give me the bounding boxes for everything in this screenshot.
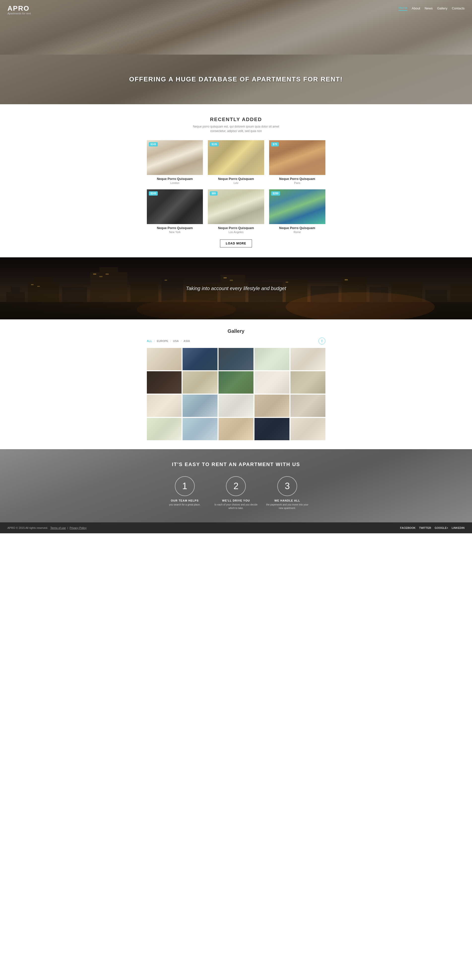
svg-rect-1 — [6, 292, 25, 302]
card-3[interactable]: $79 Neque Porro Quisquam Paris — [269, 140, 326, 185]
card-location-2: Lviv — [208, 181, 264, 185]
footer-facebook[interactable]: FACEBOOK — [400, 527, 415, 529]
gallery-thumb-3[interactable] — [219, 348, 253, 370]
filter-usa[interactable]: USA — [173, 339, 179, 342]
card-image-wrap-5: $89 — [208, 189, 264, 224]
filter-all[interactable]: ALL — [147, 339, 152, 342]
gallery-thumb-14[interactable] — [254, 395, 289, 417]
easy-rent-section: IT'S EASY TO RENT AN APARTMENT WITH US 1… — [0, 449, 472, 522]
svg-rect-25 — [165, 280, 167, 281]
footer-twitter[interactable]: TWITTER — [419, 527, 431, 529]
step-desc-2: to each of your choices and you decide w… — [213, 503, 259, 510]
step-3: 3 WE HANDLE ALL the paperwork and you mo… — [264, 476, 310, 510]
gallery-thumb-13[interactable] — [219, 395, 253, 417]
gallery-thumb-6[interactable] — [147, 371, 182, 394]
load-more-button[interactable]: LOAD MORE — [220, 239, 252, 247]
logo-tagline: Apartments for rent — [8, 12, 31, 15]
svg-rect-2 — [11, 287, 20, 292]
svg-point-31 — [137, 299, 236, 320]
price-badge-6: $289 — [271, 191, 280, 196]
gallery-thumb-18[interactable] — [219, 418, 253, 440]
recently-added-subtitle: Neque porro quisquam est, qui dolorem ip… — [147, 124, 326, 133]
footer-googleplus[interactable]: GOOGLE+ — [435, 527, 448, 529]
filter-asia[interactable]: ASIA — [184, 339, 190, 342]
card-name-1: Neque Porro Quisquam — [147, 177, 203, 181]
svg-rect-24 — [106, 274, 109, 275]
gallery-grid — [147, 348, 326, 440]
svg-rect-29 — [345, 279, 348, 280]
step-number-2: 2 — [234, 481, 238, 492]
card-location-5: Los Angeles — [208, 231, 264, 234]
price-badge-5: $89 — [210, 191, 218, 196]
gallery-thumb-9[interactable] — [254, 371, 289, 394]
gallery-scroll-up-button[interactable]: ⇧ — [318, 337, 326, 344]
svg-rect-5 — [62, 287, 87, 302]
nav-item-gallery[interactable]: Gallery — [437, 6, 447, 10]
svg-rect-9 — [162, 277, 183, 302]
svg-rect-26 — [224, 277, 227, 278]
gallery-thumb-11[interactable] — [147, 395, 182, 417]
gallery-thumb-2[interactable] — [183, 348, 218, 370]
svg-rect-18 — [425, 290, 447, 302]
site-header: APRO Apartments for rent Home About News… — [0, 0, 472, 55]
gallery-thumb-10[interactable] — [291, 371, 326, 394]
svg-rect-8 — [130, 282, 159, 302]
steps-grid: 1 OUR TEAM HELPS you search for a great … — [162, 476, 310, 510]
svg-rect-7 — [100, 267, 118, 272]
card-location-3: Paris — [269, 181, 326, 185]
svg-rect-6 — [90, 272, 127, 302]
hero-text: OFFERING A HUGE DATABASE OF APARTMENTS F… — [129, 75, 343, 84]
card-4[interactable]: $149 Neque Porro Quisquam New York — [147, 189, 203, 234]
card-1[interactable]: $149 Neque Porro Quisquam London — [147, 140, 203, 185]
nav-item-news[interactable]: News — [424, 6, 433, 10]
nav-item-about[interactable]: About — [412, 6, 420, 10]
gallery-thumb-17[interactable] — [183, 418, 218, 440]
price-badge-2: $105 — [210, 142, 219, 146]
footer-privacy-link[interactable]: Privacy Policy — [70, 527, 86, 529]
svg-rect-27 — [230, 280, 233, 281]
filter-europe[interactable]: EUROPE — [157, 339, 168, 342]
card-6[interactable]: $289 Neque Porro Quisquam Rome — [269, 189, 326, 234]
nav-item-home[interactable]: Home — [399, 6, 407, 11]
filter-sep-3: / — [181, 339, 181, 342]
cards-grid: $149 Neque Porro Quisquam London $105 Ne… — [147, 140, 326, 234]
gallery-filters: ALL / EUROPE / USA / ASIA ⇧ — [147, 337, 326, 344]
gallery-section: Gallery ALL / EUROPE / USA / ASIA ⇧ — [142, 320, 331, 449]
card-name-6: Neque Porro Quisquam — [269, 226, 326, 230]
footer-linkedin[interactable]: LINKEDIN — [452, 527, 464, 529]
gallery-thumb-4[interactable] — [254, 348, 289, 370]
city-banner-section: Taking into account every lifestyle and … — [0, 257, 472, 320]
recently-added-section: RECENTLY ADDED Neque porro quisquam est,… — [142, 107, 331, 257]
card-name-3: Neque Porro Quisquam — [269, 177, 326, 181]
gallery-thumb-15[interactable] — [291, 395, 326, 417]
logo: APRO Apartments for rent — [8, 5, 31, 15]
load-more-wrap: LOAD MORE — [147, 239, 326, 247]
price-badge-4: $149 — [149, 191, 158, 196]
step-label-1: OUR TEAM HELPS — [162, 499, 208, 502]
step-circle-1: 1 — [175, 476, 195, 496]
nav-item-contacts[interactable]: Contacts — [452, 6, 464, 10]
card-5[interactable]: $89 Neque Porro Quisquam Los Angeles — [208, 189, 264, 234]
gallery-thumb-7[interactable] — [183, 371, 218, 394]
filter-sep-1: / — [154, 339, 155, 342]
gallery-thumb-12[interactable] — [183, 395, 218, 417]
gallery-thumb-20[interactable] — [291, 418, 326, 440]
card-location-6: Rome — [269, 231, 326, 234]
gallery-thumb-16[interactable] — [147, 418, 182, 440]
footer-terms-link[interactable]: Terms of use — [50, 527, 66, 529]
gallery-title: Gallery — [147, 328, 326, 334]
step-2: 2 WE'LL DRIVE YOU to each of your choice… — [213, 476, 259, 510]
step-desc-1: you search for a great place. — [162, 503, 208, 506]
gallery-thumb-8[interactable] — [219, 371, 253, 394]
card-image-wrap-1: $149 — [147, 140, 203, 175]
gallery-thumb-1[interactable] — [147, 348, 182, 370]
gallery-thumb-5[interactable] — [291, 348, 326, 370]
footer-copyright: APRO © 2015 All rights reserved. — [8, 527, 48, 529]
site-footer: APRO © 2015 All rights reserved. Terms o… — [0, 522, 472, 533]
gallery-thumb-19[interactable] — [254, 418, 289, 440]
card-location-4: New York — [147, 231, 203, 234]
step-desc-3: the paperwork and you move into your new… — [264, 503, 310, 510]
card-2[interactable]: $105 Neque Porro Quisquam Lviv — [208, 140, 264, 185]
step-number-3: 3 — [285, 481, 290, 492]
svg-rect-22 — [93, 274, 97, 275]
